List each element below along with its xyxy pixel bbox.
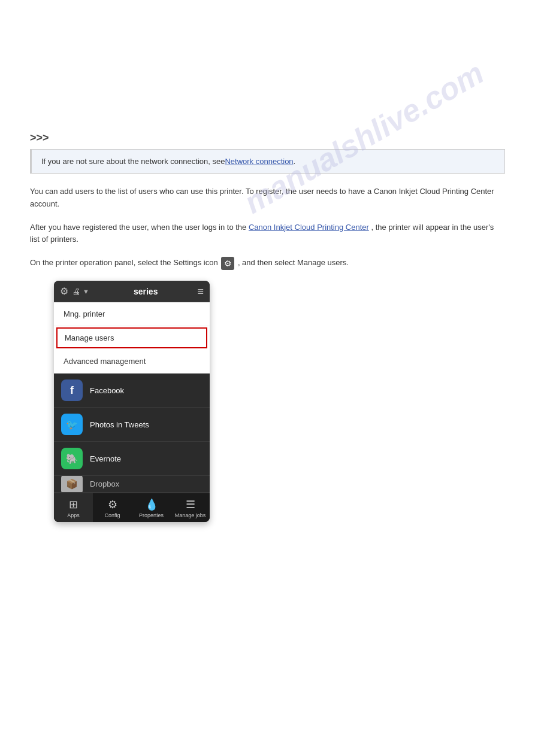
p3-text-before: On the printer operation panel, select t… bbox=[30, 259, 220, 268]
photos-in-tweets-label: Photos in Tweets bbox=[90, 420, 149, 429]
menu-item-mng-printer[interactable]: Mng. printer bbox=[54, 302, 210, 326]
app-list: f Facebook 🐦 Photos in Tweets 🐘 Evernote bbox=[54, 374, 210, 493]
facebook-letter: f bbox=[70, 384, 74, 397]
properties-nav-icon: 💧 bbox=[145, 498, 158, 511]
evernote-char: 🐘 bbox=[66, 453, 78, 464]
twitter-icon: 🐦 bbox=[61, 414, 83, 435]
p1-text: You can add users to the list of users w… bbox=[30, 187, 494, 208]
note-icon-row: >>> bbox=[30, 132, 505, 144]
note-link[interactable]: Network connection bbox=[225, 157, 293, 166]
paragraph-1: You can add users to the list of users w… bbox=[30, 186, 505, 211]
page-container: manualshlive.com >>> If you are not sure… bbox=[0, 0, 535, 546]
triple-arrow-icon: >>> bbox=[30, 132, 49, 144]
menu-item-manage-users[interactable]: Manage users bbox=[56, 327, 207, 348]
dropbox-label: Dropbox bbox=[90, 479, 119, 488]
p2-link[interactable]: Canon Inkjet Cloud Printing Center bbox=[249, 223, 369, 232]
menu-item-manage-users-label: Manage users bbox=[65, 333, 114, 342]
device-mockup: ⚙ 🖨 ▼ series ≡ Mng. printer Manage users… bbox=[54, 281, 505, 522]
bottom-navigation: ⊞ Apps ⚙ Config 💧 Properties ☰ Manage jo… bbox=[54, 493, 210, 522]
list-item[interactable]: 📦 Dropbox bbox=[54, 476, 210, 493]
dropbox-char: 📦 bbox=[66, 478, 78, 490]
twitter-char: 🐦 bbox=[66, 419, 78, 430]
apps-nav-icon: ⊞ bbox=[69, 498, 78, 511]
apps-nav-label: Apps bbox=[67, 512, 80, 518]
topbar-dropdown-arrow: ▼ bbox=[83, 288, 89, 295]
topbar-printer-icon: 🖨 bbox=[72, 287, 80, 296]
menu-item-advanced-management[interactable]: Advanced management bbox=[54, 350, 210, 374]
nav-item-properties[interactable]: 💧 Properties bbox=[132, 493, 171, 522]
device-topbar: ⚙ 🖨 ▼ series ≡ bbox=[54, 281, 210, 302]
nav-item-apps[interactable]: ⊞ Apps bbox=[54, 493, 93, 522]
manage-jobs-nav-icon: ☰ bbox=[186, 498, 195, 511]
menu-item-mng-printer-label: Mng. printer bbox=[64, 309, 105, 318]
note-text-after: . bbox=[294, 157, 296, 166]
dropdown-menu: Mng. printer Manage users Advanced manag… bbox=[54, 302, 210, 374]
list-item[interactable]: f Facebook bbox=[54, 374, 210, 408]
note-section: >>> If you are not sure about the networ… bbox=[30, 132, 505, 174]
facebook-label: Facebook bbox=[90, 386, 124, 395]
topbar-series-title: series bbox=[94, 287, 198, 296]
note-text-before: If you are not sure about the network co… bbox=[41, 157, 225, 166]
config-nav-label: Config bbox=[104, 512, 120, 518]
top-space bbox=[30, 24, 505, 132]
paragraph-2: After you have registered the user, when… bbox=[30, 221, 505, 247]
dropbox-icon: 📦 bbox=[61, 476, 83, 493]
topbar-gear-icon: ⚙ bbox=[60, 286, 68, 297]
p2-text-before: After you have registered the user, when… bbox=[30, 223, 249, 232]
nav-item-manage-jobs[interactable]: ☰ Manage jobs bbox=[171, 493, 210, 522]
device-screen: ⚙ 🖨 ▼ series ≡ Mng. printer Manage users… bbox=[54, 281, 210, 522]
menu-item-advanced-management-label: Advanced management bbox=[64, 357, 146, 366]
p3-text-after: , and then select Manage users. bbox=[238, 259, 349, 268]
settings-gear-icon bbox=[221, 257, 234, 270]
manage-jobs-nav-label: Manage jobs bbox=[175, 512, 206, 518]
config-nav-icon: ⚙ bbox=[108, 498, 117, 511]
paragraph-3: On the printer operation panel, select t… bbox=[30, 257, 505, 270]
evernote-label: Evernote bbox=[90, 454, 121, 463]
properties-nav-label: Properties bbox=[139, 512, 164, 518]
evernote-icon: 🐘 bbox=[61, 448, 83, 469]
topbar-hamburger-icon[interactable]: ≡ bbox=[197, 286, 204, 297]
facebook-icon: f bbox=[61, 379, 83, 401]
nav-item-config[interactable]: ⚙ Config bbox=[93, 493, 132, 522]
list-item[interactable]: 🐦 Photos in Tweets bbox=[54, 408, 210, 442]
note-box: If you are not sure about the network co… bbox=[30, 149, 505, 174]
list-item[interactable]: 🐘 Evernote bbox=[54, 442, 210, 476]
